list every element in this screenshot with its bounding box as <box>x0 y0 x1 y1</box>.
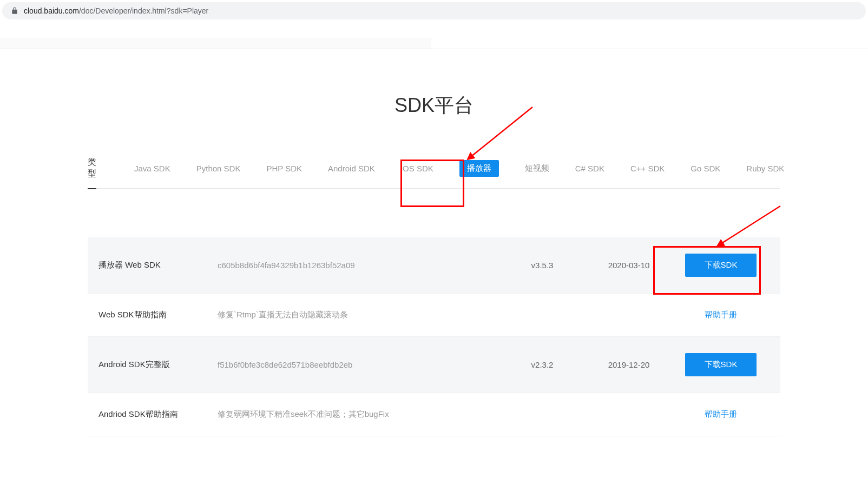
sdk-name: Andriod SDK帮助指南 <box>98 409 218 420</box>
table-row: Andriod SDK帮助指南修复弱网环境下精准seek不准问题；其它bugFi… <box>88 393 780 436</box>
sdk-name: 播放器 Web SDK <box>98 260 218 270</box>
table-row: 播放器 Web SDKc605b8d6bf4fa94329b1b1263bf52… <box>88 237 780 294</box>
help-link[interactable]: 帮助手册 <box>705 409 737 420</box>
url-text: cloud.baidu.com/doc/Developer/index.html… <box>24 6 208 15</box>
url-bar[interactable]: cloud.baidu.com/doc/Developer/index.html… <box>2 2 866 19</box>
top-tab-sdk[interactable] <box>437 38 868 49</box>
download-button[interactable]: 下载SDK <box>685 254 757 277</box>
sdk-desc: f51b6f0bfe3c8de62d571b8eebfdb2eb <box>218 360 499 369</box>
sdk-action: 帮助手册 <box>672 310 770 320</box>
sdk-desc: c605b8d6bf4fa94329b1b1263bf52a09 <box>218 261 499 270</box>
sdk-name: Android SDK完整版 <box>98 360 218 370</box>
sdk-date: 2019-12-20 <box>586 360 672 369</box>
sdk-name: Web SDK帮助指南 <box>98 310 218 320</box>
type-item-5[interactable]: 播放器 <box>459 160 499 177</box>
type-item-3[interactable]: Android SDK <box>328 164 375 173</box>
sdk-version: v3.5.3 <box>499 261 586 270</box>
lock-icon <box>11 7 18 15</box>
type-item-7[interactable]: C# SDK <box>575 164 604 173</box>
sdk-version: v2.3.2 <box>499 360 586 369</box>
page-title: SDK平台 <box>88 92 780 119</box>
type-item-6[interactable]: 短视频 <box>525 163 549 174</box>
table-row: Web SDK帮助指南修复`Rtmp`直播无法自动隐藏滚动条帮助手册 <box>88 294 780 337</box>
sdk-action: 帮助手册 <box>672 409 770 420</box>
type-item-10[interactable]: Ruby SDK <box>746 164 784 173</box>
top-tabs <box>0 22 868 49</box>
table-row: Android SDK完整版f51b6f0bfe3c8de62d571b8eeb… <box>88 337 780 393</box>
type-label: 类型 <box>88 157 96 180</box>
type-filter-row: 类型 Java SDKPython SDKPHP SDKAndroid SDKi… <box>88 157 780 189</box>
type-item-8[interactable]: C++ SDK <box>630 164 665 173</box>
help-link[interactable]: 帮助手册 <box>705 310 737 320</box>
sdk-action: 下载SDK <box>672 254 770 277</box>
type-item-4[interactable]: iOS SDK <box>401 164 433 173</box>
sdk-date: 2020-03-10 <box>586 261 672 270</box>
download-button[interactable]: 下载SDK <box>685 353 757 376</box>
sdk-desc: 修复弱网环境下精准seek不准问题；其它bugFix <box>218 409 499 420</box>
type-item-9[interactable]: Go SDK <box>691 164 720 173</box>
type-item-1[interactable]: Python SDK <box>196 164 241 173</box>
sdk-desc: 修复`Rtmp`直播无法自动隐藏滚动条 <box>218 310 499 320</box>
top-tab-api[interactable] <box>0 38 437 49</box>
type-item-0[interactable]: Java SDK <box>134 164 170 173</box>
sdk-action: 下载SDK <box>672 353 770 376</box>
type-item-2[interactable]: PHP SDK <box>266 164 302 173</box>
